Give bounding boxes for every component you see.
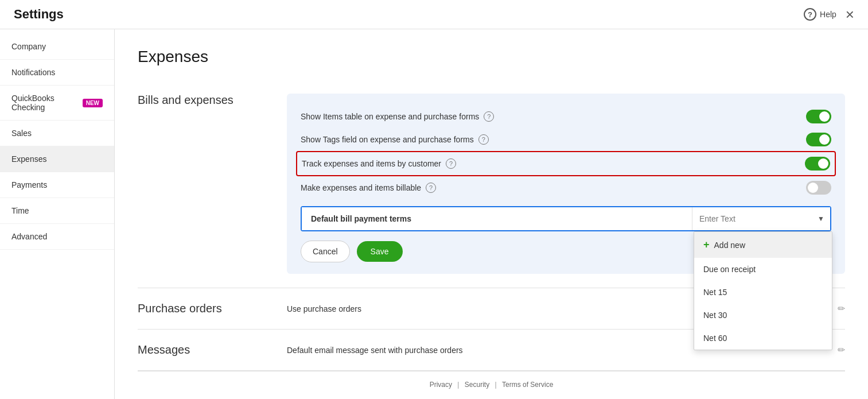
sidebar-item-label: Expenses	[11, 154, 46, 164]
main-content: Expenses Bills and expenses Show Items t…	[115, 29, 868, 399]
sidebar-item-sales[interactable]: Sales	[0, 121, 114, 146]
sidebar-item-expenses[interactable]: Expenses	[0, 146, 114, 172]
sidebar-item-notifications[interactable]: Notifications	[0, 60, 114, 86]
new-badge: NEW	[83, 99, 103, 107]
toggle-row-show-tags: Show Tags field on expense and purchase …	[301, 128, 831, 151]
sidebar-item-label: Payments	[11, 180, 47, 189]
bills-expenses-title: Bills and expenses	[138, 94, 287, 274]
sidebar-item-company[interactable]: Company	[0, 34, 114, 60]
toggle-row-show-items: Show Items table on expense and purchase…	[301, 105, 831, 128]
sidebar-item-label: QuickBooks Checking	[11, 94, 83, 112]
save-button[interactable]: Save	[357, 241, 403, 262]
sidebar-item-label: Company	[11, 42, 46, 51]
purchase-orders-title: Purchase orders	[138, 302, 287, 315]
make-billable-toggle[interactable]	[806, 181, 831, 195]
dropdown-add-new[interactable]: + Add new	[694, 232, 832, 258]
top-bar-actions: ? Help ×	[804, 7, 854, 22]
sidebar-item-label: Notifications	[11, 68, 55, 77]
main-layout: Company Notifications QuickBooks Checkin…	[0, 29, 868, 399]
bill-payment-input[interactable]	[692, 207, 830, 230]
footer: Privacy | Security | Terms of Service	[138, 371, 845, 398]
purchase-orders-label: Use purchase orders	[287, 304, 361, 313]
bill-payment-row: Default bill payment terms ▼	[301, 206, 831, 231]
bills-expenses-section: Bills and expenses Show Items table on e…	[138, 80, 845, 288]
bill-payment-label: Default bill payment terms	[302, 207, 692, 230]
purchase-orders-edit-icon[interactable]: ✏	[838, 303, 845, 314]
app-title: Settings	[14, 7, 64, 22]
add-new-label: Add new	[714, 241, 745, 250]
sidebar-item-label: Sales	[11, 129, 32, 138]
terms-link[interactable]: Terms of Service	[502, 381, 553, 389]
payment-terms-dropdown: + Add new Due on receipt Net 15	[694, 231, 832, 350]
track-expenses-help-icon[interactable]: ?	[446, 158, 456, 169]
close-button[interactable]: ×	[846, 7, 854, 22]
sidebar: Company Notifications QuickBooks Checkin…	[0, 29, 115, 399]
help-circle-icon: ?	[804, 8, 816, 21]
toggle-slider	[805, 157, 830, 171]
sidebar-item-payments[interactable]: Payments	[0, 172, 114, 198]
bill-payment-wrapper: Default bill payment terms ▼ +	[301, 206, 831, 231]
toggle-row-make-billable: Make expenses and items billable ?	[301, 176, 831, 199]
messages-label: Default email message sent with purchase…	[287, 346, 463, 355]
dropdown-net-15[interactable]: Net 15	[694, 281, 832, 304]
page-title: Expenses	[138, 48, 845, 66]
dropdown-due-on-receipt[interactable]: Due on receipt	[694, 258, 832, 281]
messages-title: Messages	[138, 343, 287, 357]
toggle-slider	[806, 110, 831, 123]
messages-edit-icon[interactable]: ✏	[838, 344, 845, 355]
bill-payment-input-wrapper: ▼	[692, 207, 830, 230]
dropdown-net-60[interactable]: Net 60	[694, 327, 832, 350]
show-items-label: Show Items table on expense and purchase…	[301, 112, 479, 121]
make-billable-help-icon[interactable]: ?	[426, 183, 436, 193]
show-items-help-icon[interactable]: ?	[484, 111, 494, 122]
toggle-slider	[806, 133, 831, 146]
top-bar: Settings ? Help ×	[0, 0, 868, 29]
track-expenses-label: Track expenses and items by customer	[302, 159, 441, 168]
help-button[interactable]: ? Help	[804, 8, 836, 21]
show-tags-help-icon[interactable]: ?	[478, 134, 489, 145]
help-label: Help	[820, 10, 836, 19]
add-new-plus-icon: +	[703, 239, 710, 251]
track-expenses-toggle[interactable]	[805, 157, 830, 171]
bills-expenses-content: Show Items table on expense and purchase…	[287, 94, 845, 274]
show-items-toggle[interactable]	[806, 110, 831, 123]
sidebar-item-label: Advanced	[11, 232, 47, 241]
toggle-row-track-expenses: Track expenses and items by customer ?	[296, 151, 836, 176]
toggle-slider	[806, 181, 831, 195]
dropdown-net-30[interactable]: Net 30	[694, 304, 832, 327]
sidebar-item-quickbooks-checking[interactable]: QuickBooks Checking NEW	[0, 86, 114, 121]
make-billable-label: Make expenses and items billable	[301, 183, 421, 192]
show-tags-label: Show Tags field on expense and purchase …	[301, 135, 474, 144]
sidebar-item-time[interactable]: Time	[0, 198, 114, 224]
sidebar-item-advanced[interactable]: Advanced	[0, 224, 114, 250]
privacy-link[interactable]: Privacy	[430, 381, 452, 389]
show-tags-toggle[interactable]	[806, 133, 831, 146]
bills-expenses-panel: Show Items table on expense and purchase…	[287, 94, 845, 274]
sidebar-item-label: Time	[11, 206, 29, 215]
cancel-button[interactable]: Cancel	[301, 241, 350, 262]
security-link[interactable]: Security	[465, 381, 489, 389]
